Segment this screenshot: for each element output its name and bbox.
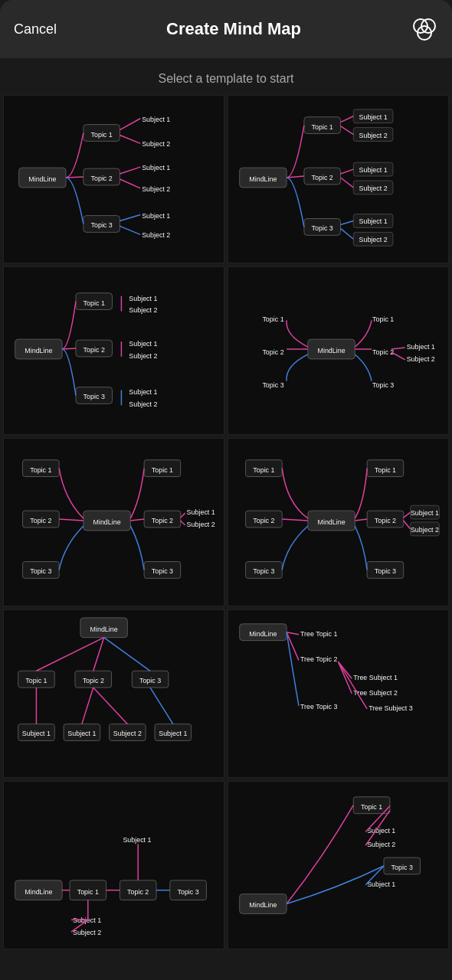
svg-line-11 — [120, 119, 140, 130]
svg-text:Topic 1: Topic 1 — [312, 123, 333, 131]
svg-text:MindLine: MindLine — [93, 518, 121, 526]
template-card-7[interactable]: MindLine Topic 1 Topic 2 Topic 3 Subject… — [3, 609, 224, 778]
svg-text:Subject 2: Subject 2 — [129, 400, 157, 408]
page-title: Create Mind Map — [166, 19, 301, 39]
svg-text:Subject 2: Subject 2 — [129, 352, 157, 360]
template-card-8[interactable]: MindLine Tree Topic 1 Tree Topic 2 Tree … — [228, 609, 449, 778]
template-card-3[interactable]: MindLine Topic 1 Topic 2 Topic 3 Subject… — [3, 266, 224, 435]
svg-text:MindLine: MindLine — [28, 175, 56, 183]
svg-text:Subject 2: Subject 2 — [359, 185, 388, 192]
cancel-button[interactable]: Cancel — [14, 21, 57, 38]
svg-text:Topic 2: Topic 2 — [152, 517, 173, 524]
svg-text:Topic 1: Topic 1 — [372, 315, 394, 323]
svg-text:Topic 2: Topic 2 — [375, 517, 396, 524]
svg-text:Tree Subject 3: Tree Subject 3 — [368, 704, 413, 712]
svg-text:Topic 1: Topic 1 — [77, 888, 99, 896]
svg-text:Tree Topic 1: Tree Topic 1 — [300, 630, 338, 638]
svg-text:Topic 3: Topic 3 — [139, 677, 161, 684]
svg-line-151 — [339, 662, 368, 708]
svg-text:Subject 1: Subject 1 — [67, 730, 96, 737]
svg-text:Topic 1: Topic 1 — [25, 677, 47, 684]
svg-text:Tree Topic 2: Tree Topic 2 — [300, 655, 338, 663]
svg-text:Subject 1: Subject 1 — [142, 116, 170, 123]
svg-text:MindLine: MindLine — [25, 347, 52, 354]
svg-line-147 — [287, 632, 299, 635]
svg-text:Subject 1: Subject 1 — [367, 880, 395, 888]
svg-text:Topic 2: Topic 2 — [372, 348, 394, 356]
svg-text:Subject 1: Subject 1 — [142, 164, 170, 172]
svg-line-95 — [181, 521, 185, 525]
svg-text:Topic 1: Topic 1 — [91, 131, 113, 139]
svg-text:Topic 2: Topic 2 — [30, 517, 51, 524]
svg-text:Topic 1: Topic 1 — [152, 466, 173, 474]
svg-text:Topic 1: Topic 1 — [84, 299, 105, 307]
svg-text:MindLine: MindLine — [249, 175, 277, 183]
svg-line-48 — [340, 228, 353, 239]
svg-line-19 — [120, 215, 140, 221]
svg-text:Subject 2: Subject 2 — [73, 929, 101, 936]
svg-text:Topic 2: Topic 2 — [312, 174, 333, 181]
svg-line-150 — [339, 662, 352, 694]
svg-text:Topic 3: Topic 3 — [152, 567, 173, 575]
svg-line-115 — [404, 521, 411, 529]
svg-text:Subject 2: Subject 2 — [359, 132, 388, 139]
svg-text:Topic 2: Topic 2 — [262, 348, 283, 356]
template-card-4[interactable]: MindLine Topic 1 Topic 2 Topic 3 Topic 1… — [228, 266, 449, 435]
svg-text:Tree Topic 3: Tree Topic 3 — [300, 703, 338, 710]
svg-text:Topic 2: Topic 2 — [84, 346, 105, 354]
template-card-6[interactable]: MindLine Topic 1 Topic 2 Topic 3 Topic 1… — [228, 438, 449, 606]
circles-icon — [411, 15, 438, 43]
svg-text:Subject 1: Subject 1 — [159, 730, 187, 737]
svg-line-114 — [404, 512, 411, 518]
svg-text:Topic 1: Topic 1 — [262, 315, 283, 323]
svg-text:Topic 3: Topic 3 — [375, 567, 396, 575]
svg-text:Topic 3: Topic 3 — [262, 381, 283, 389]
svg-line-35 — [340, 116, 353, 122]
svg-text:Topic 2: Topic 2 — [253, 517, 274, 524]
svg-text:Subject 1: Subject 1 — [142, 212, 170, 220]
svg-text:Topic 3: Topic 3 — [253, 567, 274, 575]
svg-text:Topic 3: Topic 3 — [177, 888, 198, 896]
svg-text:Subject 1: Subject 1 — [367, 827, 395, 835]
svg-text:Subject 2: Subject 2 — [187, 521, 215, 528]
svg-text:Subject 2: Subject 2 — [367, 841, 395, 848]
template-subtitle: Select a template to start — [0, 58, 452, 95]
svg-line-42 — [340, 178, 353, 188]
svg-line-134 — [104, 638, 150, 671]
svg-text:Subject 2: Subject 2 — [129, 306, 157, 314]
svg-text:Subject 1: Subject 1 — [407, 343, 435, 351]
svg-text:Topic 1: Topic 1 — [253, 466, 274, 474]
svg-line-137 — [93, 688, 128, 724]
svg-line-138 — [150, 688, 173, 724]
svg-line-47 — [340, 221, 353, 225]
svg-text:Tree Subject 1: Tree Subject 1 — [353, 674, 398, 681]
svg-text:Topic 1: Topic 1 — [375, 466, 396, 474]
svg-text:Subject 1: Subject 1 — [129, 295, 157, 302]
svg-text:Topic 3: Topic 3 — [84, 393, 105, 400]
svg-line-136 — [82, 688, 93, 724]
svg-text:Topic 2: Topic 2 — [91, 175, 113, 182]
svg-text:Topic 2: Topic 2 — [83, 677, 104, 684]
svg-line-41 — [340, 169, 353, 174]
svg-text:Subject 2: Subject 2 — [359, 236, 388, 243]
svg-text:Subject 1: Subject 1 — [129, 340, 157, 348]
template-card-1[interactable]: MindLine Topic 1 Topic 2 Topic 3 Subject… — [3, 95, 224, 263]
template-card-2[interactable]: MindLine Topic 1 Topic 2 Topic 3 Subject… — [228, 95, 449, 263]
template-card-10[interactable]: MindLine Topic 1 Topic 3 Subject 1 Subje… — [228, 781, 449, 949]
svg-text:MindLine: MindLine — [249, 901, 277, 909]
template-card-5[interactable]: MindLine Topic 1 Topic 2 Topic 3 Topic 1… — [3, 438, 224, 606]
svg-text:Topic 3: Topic 3 — [30, 567, 51, 575]
svg-text:Subject 1: Subject 1 — [187, 508, 215, 516]
svg-text:Subject 2: Subject 2 — [142, 231, 170, 239]
svg-text:Subject 1: Subject 1 — [123, 836, 151, 844]
svg-text:Subject 1: Subject 1 — [129, 388, 157, 396]
svg-text:Subject 2: Subject 2 — [113, 730, 142, 737]
svg-text:Topic 2: Topic 2 — [127, 888, 149, 896]
svg-line-132 — [36, 638, 103, 671]
svg-line-21 — [120, 226, 140, 234]
template-card-9[interactable]: MindLine Topic 1 Topic 2 Topic 3 Subject… — [3, 781, 224, 949]
svg-text:Subject 2: Subject 2 — [142, 185, 170, 193]
svg-line-94 — [181, 513, 185, 518]
svg-text:MindLine: MindLine — [318, 347, 346, 354]
svg-text:Subject 1: Subject 1 — [359, 166, 388, 174]
